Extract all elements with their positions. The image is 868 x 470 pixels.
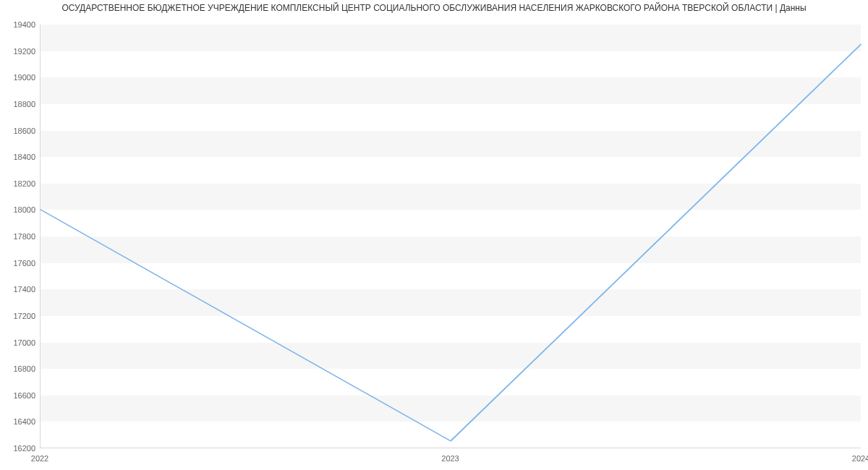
y-tick-label: 18000 [13, 205, 35, 214]
y-tick-label: 16200 [13, 444, 35, 453]
x-tick-label: 2023 [441, 454, 459, 463]
plot-area [40, 25, 861, 448]
line-series [41, 25, 861, 448]
x-tick-label: 2022 [31, 454, 48, 463]
y-tick-label: 17400 [13, 285, 35, 294]
x-tick-label: 2024 [852, 454, 868, 463]
y-tick-label: 18400 [13, 153, 35, 161]
y-tick-label: 18600 [13, 127, 35, 135]
y-tick-label: 17600 [13, 259, 35, 268]
y-tick-label: 19200 [13, 47, 35, 56]
y-tick-label: 17200 [13, 312, 35, 320]
x-axis: 202220232024 [40, 451, 861, 466]
y-axis: 1620016400166001680017000172001740017600… [0, 17, 40, 466]
y-tick-label: 17800 [13, 232, 35, 241]
plot-container: 1620016400166001680017000172001740017600… [0, 17, 868, 466]
y-tick-label: 17000 [13, 338, 35, 347]
y-tick-label: 16600 [13, 391, 35, 400]
y-tick-label: 19000 [13, 73, 35, 82]
y-tick-label: 19400 [13, 20, 35, 29]
y-tick-label: 18200 [13, 179, 35, 188]
chart-title: ОСУДАРСТВЕННОЕ БЮДЖЕТНОЕ УЧРЕЖДЕНИЕ КОМП… [0, 0, 868, 17]
y-tick-label: 18800 [13, 100, 35, 108]
y-tick-label: 16400 [13, 417, 35, 426]
y-tick-label: 16800 [13, 364, 35, 373]
